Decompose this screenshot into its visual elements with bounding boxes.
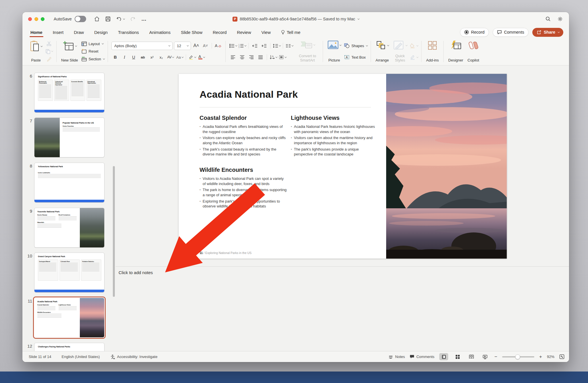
convert-to-smartart-button[interactable]: Convert to SmartArt bbox=[296, 40, 319, 63]
bullets-icon[interactable] bbox=[229, 42, 237, 49]
format-painter-icon[interactable] bbox=[45, 55, 53, 63]
section-coastal-splendor[interactable]: Coastal Splendor Acadia National Park of… bbox=[200, 115, 287, 158]
align-center-icon[interactable] bbox=[238, 54, 246, 61]
close-button[interactable] bbox=[28, 17, 32, 21]
shapes-button[interactable]: Shapes bbox=[344, 42, 367, 49]
change-case-icon[interactable]: Aa bbox=[176, 54, 183, 61]
zoom-slider-knob[interactable] bbox=[515, 354, 520, 359]
tab-view[interactable]: View bbox=[261, 27, 271, 38]
thumbnail-slide-11-selected[interactable]: 11 Acadia National Park Coastal Splendor… bbox=[26, 298, 104, 337]
shape-fill-icon[interactable] bbox=[410, 42, 418, 49]
align-text-icon[interactable] bbox=[278, 54, 286, 61]
normal-view-button[interactable] bbox=[439, 353, 448, 360]
tab-animations[interactable]: Animations bbox=[149, 27, 171, 38]
reset-button[interactable]: Reset bbox=[81, 48, 104, 55]
comments-button[interactable]: Comments bbox=[493, 28, 529, 37]
zoom-in-button[interactable]: + bbox=[539, 354, 542, 360]
tab-slide-show[interactable]: Slide Show bbox=[180, 27, 203, 38]
tab-insert[interactable]: Insert bbox=[52, 27, 64, 38]
autosave-toggle[interactable] bbox=[75, 16, 86, 22]
decrease-font-size-icon[interactable]: A˅ bbox=[202, 42, 209, 49]
redo-icon[interactable] bbox=[130, 16, 136, 22]
shape-outline-icon[interactable] bbox=[410, 54, 418, 61]
acadia-sunset-photo[interactable] bbox=[386, 74, 507, 259]
save-icon[interactable] bbox=[105, 16, 111, 22]
thumbnail-slide-9[interactable]: 9 Yosemite National Park Scenic Beauty R… bbox=[26, 208, 104, 247]
columns-icon[interactable] bbox=[285, 42, 293, 49]
numbering-icon[interactable]: 123 bbox=[238, 42, 246, 49]
undo-icon[interactable] bbox=[116, 16, 124, 22]
tab-design[interactable]: Design bbox=[94, 27, 108, 38]
line-spacing-icon[interactable] bbox=[273, 42, 281, 49]
align-left-icon[interactable] bbox=[229, 54, 237, 61]
slide-sorter-view-button[interactable] bbox=[453, 353, 462, 360]
justify-icon[interactable] bbox=[257, 54, 264, 61]
settings-icon[interactable] bbox=[558, 16, 563, 22]
tab-transitions[interactable]: Transitions bbox=[117, 27, 140, 38]
more-commands-icon[interactable]: … bbox=[141, 16, 147, 22]
reading-view-button[interactable] bbox=[467, 353, 476, 360]
tab-draw[interactable]: Draw bbox=[73, 27, 84, 38]
thumbnail-slide-12[interactable]: 12 Challenges Facing National Parks bbox=[26, 343, 104, 351]
slide-title[interactable]: Acadia National Park bbox=[200, 89, 298, 100]
layout-button[interactable]: Layout bbox=[81, 40, 104, 47]
underline-icon[interactable]: U bbox=[130, 54, 138, 61]
slideshow-view-button[interactable] bbox=[481, 353, 490, 360]
tab-review[interactable]: Review bbox=[236, 27, 252, 38]
decrease-indent-icon[interactable] bbox=[251, 42, 259, 49]
character-spacing-icon[interactable]: AV bbox=[167, 54, 174, 61]
designer-button[interactable]: Designer bbox=[447, 40, 464, 63]
superscript-icon[interactable]: x² bbox=[148, 54, 156, 61]
thumbnail-slide-10[interactable]: 10 Grand Canyon National Park Geological… bbox=[26, 253, 104, 292]
copilot-button[interactable]: Copilot bbox=[466, 40, 480, 63]
thumbnail-slide-6[interactable]: 6 Significance of National Parks Biodive… bbox=[26, 73, 104, 112]
arrange-button[interactable]: Arrange bbox=[374, 40, 390, 63]
bold-icon[interactable]: B bbox=[111, 54, 119, 61]
clear-formatting-icon[interactable]: A bbox=[214, 42, 222, 49]
tab-home[interactable]: Home bbox=[30, 27, 43, 38]
paste-button[interactable]: Paste bbox=[29, 40, 43, 63]
cut-icon[interactable] bbox=[45, 40, 53, 47]
italic-icon[interactable]: I bbox=[121, 54, 128, 61]
comments-toggle-button[interactable]: Comments bbox=[410, 355, 434, 359]
zoom-slider[interactable] bbox=[502, 356, 534, 357]
quick-styles-button[interactable]: Quick Styles bbox=[392, 40, 408, 63]
accessibility-button[interactable]: Accessibility: Investigate bbox=[110, 355, 158, 359]
picture-button[interactable]: Picture bbox=[326, 40, 342, 63]
align-right-icon[interactable] bbox=[247, 54, 255, 61]
fullscreen-button[interactable] bbox=[41, 17, 45, 21]
increase-font-size-icon[interactable]: A˄ bbox=[192, 42, 200, 49]
search-icon[interactable] bbox=[546, 16, 551, 22]
strikethrough-icon[interactable]: ab bbox=[139, 54, 147, 61]
new-slide-button[interactable]: New Slide bbox=[60, 40, 79, 63]
section-lighthouse-views[interactable]: Lighthouse Views Acadia National Park fe… bbox=[291, 115, 378, 158]
text-direction-icon[interactable]: A bbox=[269, 54, 277, 61]
share-button[interactable]: Share bbox=[532, 28, 563, 37]
zoom-level[interactable]: 92% bbox=[547, 355, 554, 359]
notes-placeholder[interactable]: Click to add notes bbox=[119, 270, 153, 275]
tab-tell-me[interactable]: Tell me bbox=[281, 27, 301, 38]
text-box-button[interactable]: AText Box bbox=[344, 54, 367, 61]
copy-icon[interactable] bbox=[45, 48, 53, 55]
document-title-menu[interactable]: P 88b8530c-aaf9-4a89-a5c4-9ae1e748af56 —… bbox=[233, 17, 359, 22]
thumbnail-scrollbar[interactable] bbox=[113, 166, 115, 297]
add-ins-button[interactable]: Add-ins bbox=[425, 40, 440, 63]
section-button[interactable]: Section bbox=[81, 55, 104, 63]
increase-indent-icon[interactable] bbox=[260, 42, 268, 49]
minimize-button[interactable] bbox=[34, 17, 38, 21]
record-button[interactable]: Record bbox=[460, 28, 489, 37]
thumbnail-slide-7[interactable]: 7 Popular National Parks in the US Visit… bbox=[26, 118, 104, 157]
slide-canvas[interactable]: Acadia National Park Coastal Splendor Ac… bbox=[179, 74, 507, 259]
font-color-icon[interactable]: A bbox=[198, 54, 205, 61]
thumbnail-slide-8[interactable]: 8 Yellowstone National Park Iconic Landm… bbox=[26, 163, 104, 202]
home-icon[interactable] bbox=[94, 16, 100, 22]
section-wildlife-encounters[interactable]: Wildlife Encounters Visitors to Acadia N… bbox=[200, 167, 287, 210]
subscript-icon[interactable]: x₂ bbox=[157, 54, 165, 61]
notes-toggle-button[interactable]: Notes bbox=[388, 355, 405, 359]
tab-record[interactable]: Record bbox=[212, 27, 227, 38]
highlight-color-icon[interactable] bbox=[188, 54, 196, 61]
font-name-select[interactable]: Aptos (Body) bbox=[111, 42, 173, 50]
font-size-select[interactable]: 12 bbox=[174, 42, 191, 50]
language-button[interactable]: English (United States) bbox=[62, 355, 100, 359]
zoom-out-button[interactable]: − bbox=[494, 354, 497, 360]
